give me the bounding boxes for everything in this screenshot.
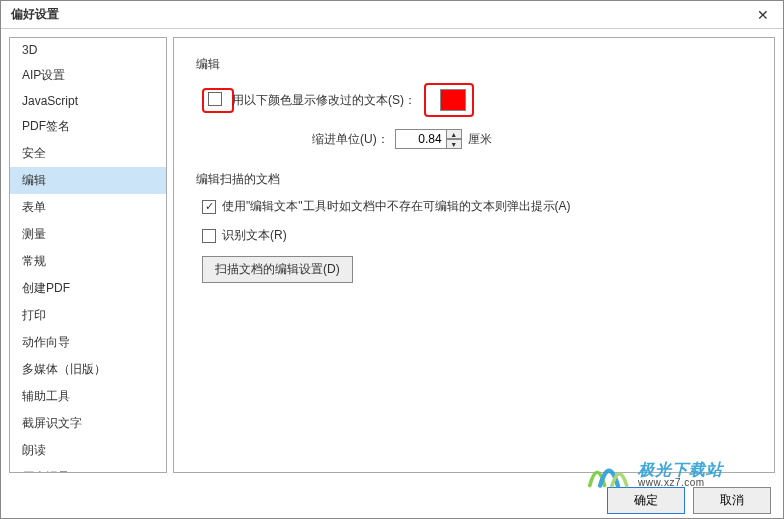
scan-btn-row: 扫描文档的编辑设置(D) (202, 256, 746, 283)
sidebar-item-15[interactable]: 朗读 (10, 437, 166, 464)
sidebar-item-16[interactable]: 历史记录 (10, 464, 166, 473)
ocr-row: 识别文本(R) (202, 227, 746, 244)
preferences-dialog: 偏好设置 ✕ 3DAIP设置JavaScriptPDF签名安全编辑表单测量常规创… (0, 0, 784, 519)
sidebar-item-11[interactable]: 动作向导 (10, 329, 166, 356)
cancel-button[interactable]: 取消 (693, 487, 771, 514)
sidebar-item-8[interactable]: 常规 (10, 248, 166, 275)
sidebar-item-7[interactable]: 测量 (10, 221, 166, 248)
close-button[interactable]: ✕ (743, 1, 783, 29)
sidebar-item-3[interactable]: PDF签名 (10, 113, 166, 140)
sidebar-item-4[interactable]: 安全 (10, 140, 166, 167)
popup-label: 使用"编辑文本"工具时如文档中不存在可编辑的文本则弹出提示(A) (222, 198, 571, 215)
sidebar-item-2[interactable]: JavaScript (10, 89, 166, 113)
highlight-swatch (424, 83, 474, 117)
spin-up-button[interactable]: ▲ (446, 129, 462, 139)
group-scan-title: 编辑扫描的文档 (196, 171, 752, 188)
color-checkbox[interactable] (208, 92, 222, 106)
ocr-checkbox[interactable] (202, 229, 216, 243)
indent-unit: 厘米 (468, 131, 492, 148)
spin-down-button[interactable]: ▼ (446, 139, 462, 149)
spin-buttons: ▲ ▼ (447, 129, 462, 149)
sidebar-item-13[interactable]: 辅助工具 (10, 383, 166, 410)
indent-input[interactable] (395, 129, 447, 149)
category-sidebar[interactable]: 3DAIP设置JavaScriptPDF签名安全编辑表单测量常规创建PDF打印动… (9, 37, 167, 473)
indent-spinner: ▲ ▼ (395, 129, 462, 149)
group-edit-title: 编辑 (196, 56, 752, 73)
footer: 确定 取消 (1, 481, 783, 519)
titlebar: 偏好设置 ✕ (1, 1, 783, 29)
sidebar-item-14[interactable]: 截屏识文字 (10, 410, 166, 437)
main-panel: 编辑 用以下颜色显示修改过的文本(S)： 缩进单位(U)： (173, 37, 775, 473)
sidebar-item-9[interactable]: 创建PDF (10, 275, 166, 302)
ocr-label: 识别文本(R) (222, 227, 287, 244)
sidebar-item-0[interactable]: 3D (10, 38, 166, 62)
group-edit: 用以下颜色显示修改过的文本(S)： 缩进单位(U)： ▲ ▼ 厘米 (196, 83, 752, 153)
close-icon: ✕ (757, 7, 769, 23)
indent-label: 缩进单位(U)： (312, 131, 389, 148)
sidebar-item-12[interactable]: 多媒体（旧版） (10, 356, 166, 383)
sidebar-item-5[interactable]: 编辑 (10, 167, 166, 194)
popup-checkbox[interactable]: ✓ (202, 200, 216, 214)
group-scan: ✓ 使用"编辑文本"工具时如文档中不存在可编辑的文本则弹出提示(A) 识别文本(… (196, 198, 752, 299)
sidebar-item-10[interactable]: 打印 (10, 302, 166, 329)
ok-button[interactable]: 确定 (607, 487, 685, 514)
color-row: 用以下颜色显示修改过的文本(S)： (202, 83, 746, 117)
sidebar-item-1[interactable]: AIP设置 (10, 62, 166, 89)
scan-settings-button[interactable]: 扫描文档的编辑设置(D) (202, 256, 353, 283)
indent-row: 缩进单位(U)： ▲ ▼ 厘米 (202, 129, 746, 149)
window-title: 偏好设置 (11, 6, 59, 23)
color-swatch[interactable] (440, 89, 466, 111)
highlight-checkbox (202, 88, 234, 113)
popup-row: ✓ 使用"编辑文本"工具时如文档中不存在可编辑的文本则弹出提示(A) (202, 198, 746, 215)
dialog-body: 3DAIP设置JavaScriptPDF签名安全编辑表单测量常规创建PDF打印动… (1, 29, 783, 481)
color-checkbox-label: 用以下颜色显示修改过的文本(S)： (232, 92, 416, 109)
sidebar-item-6[interactable]: 表单 (10, 194, 166, 221)
